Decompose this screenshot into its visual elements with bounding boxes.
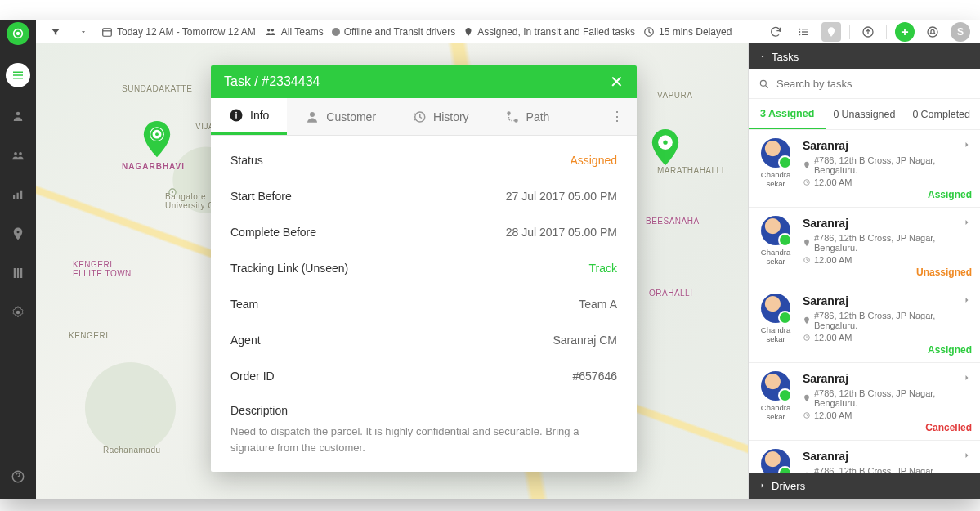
user-avatar[interactable]: S (951, 22, 970, 42)
drivers-panel-header[interactable]: Drivers (749, 473, 980, 499)
task-list-item[interactable]: Chandra sekar Saranraj #786, 12th B Cros… (749, 130, 980, 208)
task-list-item[interactable]: Chandra sekar Saranraj #786, 12th B Cros… (749, 285, 980, 363)
tasks-panel-header[interactable]: Tasks (749, 43, 980, 69)
nav-dashboard[interactable] (6, 63, 30, 87)
chevron-right-icon[interactable] (962, 371, 972, 386)
map-label: Rachanamadu (103, 446, 161, 455)
svg-rect-6 (802, 29, 808, 29)
svg-point-24 (17, 231, 20, 233)
svg-point-43 (515, 119, 517, 122)
tab-info[interactable]: Info (211, 98, 287, 135)
tasks-search[interactable] (749, 69, 980, 99)
task-address: #786, 12th B Cross, JP Nagar, Bengaluru. (803, 311, 972, 330)
more-options-icon[interactable]: ⋮ (597, 109, 637, 124)
drivers-panel-title: Drivers (772, 480, 805, 492)
status-dot-icon (332, 28, 340, 36)
task-status-filter[interactable]: Assigned, In transit and Failed tasks (463, 26, 635, 38)
agent-value: Saranraj CM (553, 334, 617, 347)
task-address: #786, 12th B Cross, JP Nagar, Bengaluru. (803, 466, 972, 473)
chevron-right-icon[interactable] (962, 216, 972, 231)
svg-point-28 (16, 311, 20, 315)
nav-schedule[interactable] (7, 262, 29, 284)
driver-status-filter[interactable]: Offline and Transit drivers (332, 26, 456, 38)
start-before-label: Start Before (230, 190, 292, 203)
start-before-value: 27 Jul 2017 05.00 PM (506, 190, 617, 203)
svg-rect-21 (13, 195, 15, 199)
poi-icon (167, 186, 178, 198)
date-range-filter[interactable]: Today 12 AM - Tomorrow 12 AM (101, 26, 256, 38)
chevron-right-icon[interactable] (962, 138, 972, 153)
tab-customer[interactable]: Customer (287, 98, 394, 135)
complete-before-value: 28 Jul 2017 05.00 PM (506, 226, 617, 239)
notifications-icon[interactable] (923, 22, 942, 42)
agent-avatar (761, 294, 790, 323)
delay-filter[interactable]: 15 mins Delayed (643, 26, 732, 38)
modal-header: Task / #2334434 ✕ (211, 65, 637, 98)
modal-tabs: Info Customer History Path ⋮ (211, 98, 637, 136)
task-time: 12.00 AM (803, 255, 972, 265)
svg-rect-16 (13, 74, 23, 76)
task-status-badge: Cancelled (925, 422, 972, 433)
app-logo[interactable] (7, 22, 29, 45)
task-name: Saranraj (803, 294, 848, 307)
add-button[interactable] (895, 22, 915, 42)
svg-point-31 (172, 191, 173, 193)
nav-settings[interactable] (7, 302, 29, 323)
tasks-search-input[interactable] (776, 78, 970, 90)
delay-text: 15 mins Delayed (659, 26, 732, 38)
list-view-icon[interactable] (794, 22, 813, 42)
svg-rect-0 (103, 29, 112, 36)
filter-unassigned[interactable]: 0Unassigned (826, 99, 902, 129)
map-pin[interactable] (142, 121, 172, 157)
filter-funnel-icon[interactable] (46, 22, 65, 42)
nav-help[interactable] (7, 466, 29, 487)
task-name: Saranraj (803, 139, 848, 152)
task-list-item[interactable]: Chandra sekar Saranraj #786, 12th B Cros… (749, 363, 980, 441)
svg-point-19 (14, 152, 17, 155)
svg-point-7 (799, 31, 800, 33)
complete-before-label: Complete Before (230, 226, 316, 239)
task-status-badge: Unassigned (916, 267, 972, 278)
filter-assigned[interactable]: 3Assigned (749, 99, 826, 129)
svg-point-3 (271, 29, 274, 32)
export-icon[interactable] (858, 22, 878, 42)
teams-filter[interactable]: All Teams (264, 26, 324, 38)
map-pin[interactable] (651, 129, 680, 165)
tracking-link-action[interactable]: Track (589, 262, 617, 275)
agent-avatar (761, 216, 790, 245)
chevron-down-icon[interactable] (74, 22, 93, 42)
svg-point-14 (17, 33, 20, 35)
chevron-right-icon[interactable] (962, 294, 972, 308)
task-list-item[interactable]: Chandra sekar Saranraj #786, 12th B Cros… (749, 208, 980, 285)
status-label: Status (230, 154, 263, 167)
svg-rect-27 (20, 268, 22, 278)
nav-location[interactable] (7, 223, 29, 244)
tab-path[interactable]: Path (487, 98, 568, 135)
filter-completed[interactable]: 0Completed (903, 99, 980, 129)
divider (886, 25, 887, 39)
close-icon[interactable]: ✕ (610, 72, 624, 92)
map-view-icon[interactable] (821, 22, 841, 42)
nav-analytics[interactable] (7, 184, 29, 205)
chevron-right-icon[interactable] (962, 449, 972, 464)
nav-teams[interactable] (7, 145, 29, 166)
tab-customer-label: Customer (326, 110, 376, 123)
top-filter-bar: Today 12 AM - Tomorrow 12 AM All Teams O… (0, 20, 980, 43)
map-label: BEESANAHA (646, 217, 700, 226)
driver-status-text: Offline and Transit drivers (344, 26, 456, 38)
svg-rect-25 (14, 268, 16, 278)
task-list-item[interactable]: Chandra sekar Saranraj #786, 12th B Cros… (749, 441, 980, 473)
refresh-icon[interactable] (766, 22, 785, 42)
task-address: #786, 12th B Cross, JP Nagar, Bengaluru. (803, 388, 972, 408)
tab-path-label: Path (526, 110, 550, 123)
tracking-link-label: Tracking Link (Unseen) (230, 262, 348, 275)
tasks-panel-title: Tasks (772, 51, 799, 63)
tab-history[interactable]: History (394, 98, 487, 135)
agent-name: Chandra sekar (757, 404, 794, 422)
svg-rect-15 (13, 72, 23, 74)
svg-rect-8 (802, 31, 808, 32)
task-name: Saranraj (803, 450, 848, 463)
agent-avatar (761, 449, 790, 473)
nav-agents[interactable] (7, 105, 29, 127)
map-label: KENGERI ELLITE TOWN (73, 260, 132, 278)
